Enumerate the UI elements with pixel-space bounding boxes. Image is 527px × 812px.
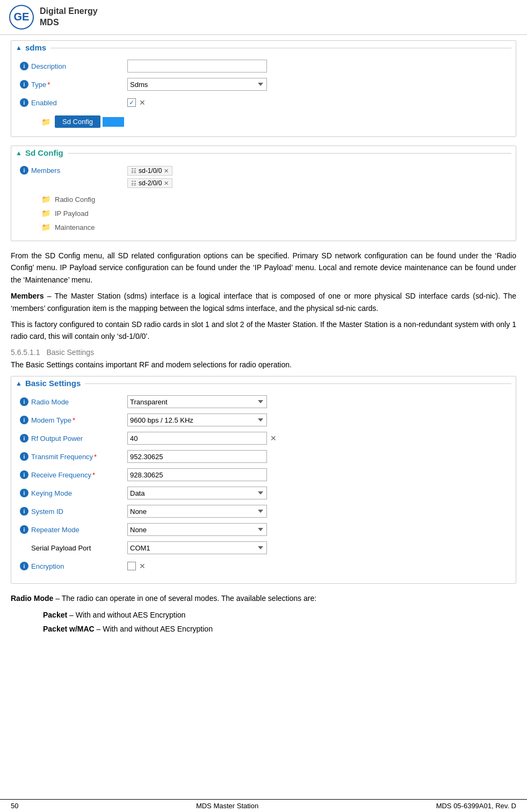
encryption-value: ✕: [127, 562, 507, 570]
sdms-caret-icon: ▲: [16, 44, 22, 52]
enabled-label: i Enabled: [20, 98, 127, 107]
repeater-mode-select[interactable]: None: [127, 523, 267, 536]
keying-mode-select[interactable]: Data: [127, 487, 267, 499]
basic-settings-caret-icon: ▲: [16, 380, 22, 387]
section-intro: The Basic Settings contains important RF…: [11, 359, 516, 371]
body-para2: This is factory configured to contain SD…: [11, 318, 516, 343]
keying-mode-value: Data: [127, 487, 507, 499]
sdms-panel-body: i Description i Type* Sdms: [11, 54, 516, 136]
footer-center-text: MDS Master Station: [196, 802, 258, 810]
modem-type-row: i Modem Type* 9600 bps / 12.5 KHz: [20, 412, 507, 427]
maintenance-link[interactable]: 📁 Maintenance: [20, 220, 507, 234]
encryption-info-icon[interactable]: i: [20, 562, 28, 570]
rf-output-power-input[interactable]: [127, 432, 267, 445]
radio-mode-description: Radio Mode – The radio can operate in on…: [11, 592, 516, 635]
receive-frequency-input[interactable]: [127, 468, 267, 481]
radio-mode-bullets: Packet – With and without AES Encryption…: [43, 609, 516, 635]
logo-box: GE Digital Energy MDS: [9, 4, 98, 30]
company-name: Digital Energy MDS: [40, 6, 98, 28]
member-tag-2: ☷ sd-2/0/0 ✕: [127, 178, 172, 188]
members-row: i Members ☷ sd-1/0/0 ✕ ☷ sd-2/0/0 ✕: [20, 164, 507, 189]
transmit-frequency-info-icon[interactable]: i: [20, 452, 28, 461]
radio-mode-select[interactable]: Transparent: [127, 395, 267, 408]
radio-mode-intro: Radio Mode – The radio can operate in on…: [11, 592, 516, 604]
member-tag-remove-1[interactable]: ✕: [164, 168, 169, 175]
enabled-checkbox[interactable]: ✓: [127, 98, 136, 107]
encryption-row: i Encryption ✕: [20, 559, 507, 574]
type-value: Sdms: [127, 78, 507, 91]
sd-config-button[interactable]: Sd Config: [55, 115, 100, 128]
modem-type-value: 9600 bps / 12.5 KHz: [127, 414, 507, 426]
transmit-frequency-label: i Transmit Frequency*: [20, 452, 127, 461]
sdms-panel: ▲ sdms i Description i Type*: [11, 40, 516, 137]
encryption-clear-icon[interactable]: ✕: [139, 562, 146, 570]
radio-mode-info-icon[interactable]: i: [20, 397, 28, 406]
description-input[interactable]: [127, 60, 267, 73]
keying-mode-row: i Keying Mode Data: [20, 485, 507, 501]
maintenance-folder-icon: 📁: [41, 223, 50, 231]
members-info-icon[interactable]: i: [20, 166, 28, 175]
transmit-frequency-value: [127, 450, 507, 463]
basic-settings-panel: ▲ Basic Settings i Radio Mode Transparen…: [11, 376, 516, 584]
system-id-select[interactable]: None: [127, 505, 267, 518]
sd-config-panel: ▲ Sd Config i Members ☷ sd-1/0/0 ✕: [11, 146, 516, 241]
rf-output-power-row: i Rf Output Power ✕: [20, 431, 507, 446]
members-tags: ☷ sd-1/0/0 ✕ ☷ sd-2/0/0 ✕: [127, 166, 172, 189]
radio-config-link[interactable]: 📁 Radio Config: [20, 192, 507, 206]
basic-settings-header-line: [85, 383, 511, 384]
member-tag-remove-2[interactable]: ✕: [164, 180, 169, 187]
radio-mode-row: i Radio Mode Transparent: [20, 394, 507, 409]
member-tag-1: ☷ sd-1/0/0 ✕: [127, 166, 172, 176]
enabled-info-icon[interactable]: i: [20, 98, 28, 107]
system-id-info-icon[interactable]: i: [20, 507, 28, 516]
transmit-frequency-row: i Transmit Frequency*: [20, 449, 507, 464]
type-row: i Type* Sdms: [20, 77, 507, 92]
enabled-clear-icon[interactable]: ✕: [139, 98, 146, 107]
member-tag-icon-1: ☷: [131, 168, 136, 175]
radio-config-folder-icon: 📁: [41, 195, 50, 204]
sdms-panel-header: ▲ sdms: [11, 41, 516, 54]
members-term-bold: Members: [11, 292, 44, 300]
transmit-frequency-input[interactable]: [127, 450, 267, 463]
ge-logo-icon: GE: [9, 4, 34, 30]
blue-arrow-decoration: [103, 117, 124, 127]
type-select[interactable]: Sdms: [127, 78, 267, 91]
repeater-mode-value: None: [127, 523, 507, 536]
ip-payload-folder-icon: 📁: [41, 209, 50, 218]
basic-settings-panel-header: ▲ Basic Settings: [11, 376, 516, 390]
encryption-checkbox[interactable]: [127, 562, 136, 570]
sd-config-header-line: [68, 153, 511, 154]
receive-frequency-label: i Receive Frequency*: [20, 470, 127, 479]
serial-payload-port-label: Serial Payload Port: [20, 544, 127, 552]
member-tag-icon-2: ☷: [131, 180, 136, 187]
modem-type-select[interactable]: 9600 bps / 12.5 KHz: [127, 414, 267, 426]
system-id-row: i System ID None: [20, 504, 507, 519]
ip-payload-link[interactable]: 📁 IP Payload: [20, 206, 507, 220]
svg-text:GE: GE: [14, 11, 30, 23]
modem-type-info-icon[interactable]: i: [20, 416, 28, 424]
rf-output-power-label: i Rf Output Power: [20, 434, 127, 443]
sd-config-panel-header: ▲ Sd Config: [11, 146, 516, 160]
serial-payload-port-select[interactable]: COM1: [127, 541, 267, 554]
radio-mode-value: Transparent: [127, 395, 507, 408]
type-info-icon[interactable]: i: [20, 80, 28, 89]
page-header: GE Digital Energy MDS: [0, 0, 527, 35]
description-label: i Description: [20, 62, 127, 70]
receive-frequency-info-icon[interactable]: i: [20, 470, 28, 479]
keying-mode-label: i Keying Mode: [20, 489, 127, 497]
rf-output-power-info-icon[interactable]: i: [20, 434, 28, 443]
keying-mode-info-icon[interactable]: i: [20, 489, 28, 497]
repeater-mode-label: i Repeater Mode: [20, 525, 127, 534]
body-text-section: From the SD Config menu, all SD related …: [11, 250, 516, 343]
footer-page-number: 50: [11, 802, 18, 810]
radio-mode-term-bold: Radio Mode: [11, 594, 53, 603]
description-info-icon[interactable]: i: [20, 62, 28, 70]
radio-mode-label: i Radio Mode: [20, 397, 127, 406]
repeater-mode-info-icon[interactable]: i: [20, 525, 28, 534]
members-value: ☷ sd-1/0/0 ✕ ☷ sd-2/0/0 ✕: [127, 166, 507, 189]
radio-mode-packet: Packet – With and without AES Encryption: [43, 609, 516, 621]
radio-mode-packet-mac: Packet w/MAC – With and without AES Encr…: [43, 623, 516, 635]
type-label: i Type*: [20, 80, 127, 89]
rf-output-power-clear-icon[interactable]: ✕: [270, 434, 277, 443]
receive-frequency-value: [127, 468, 507, 481]
